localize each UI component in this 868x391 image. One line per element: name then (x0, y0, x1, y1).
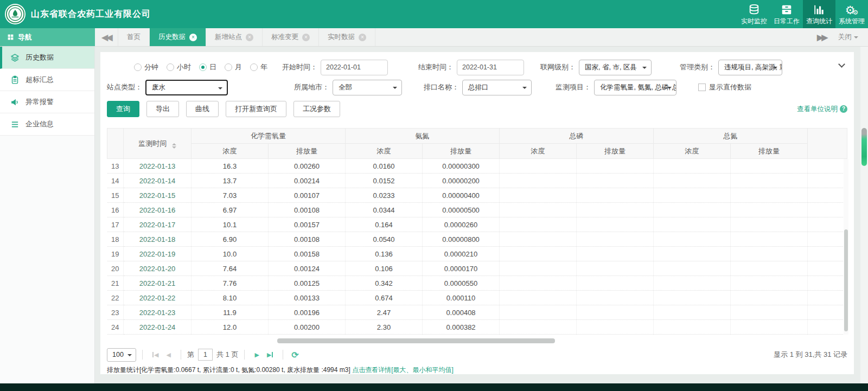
refresh-icon[interactable]: ⟳ (291, 350, 298, 360)
nav-label: 日常工作 (774, 17, 800, 26)
vertical-scrollbar-thumb[interactable] (844, 229, 848, 331)
cell-value (731, 305, 808, 320)
table-row[interactable]: 152022-01-157.030.001070.02330.00000400 (107, 188, 847, 203)
records-info: 显示 1 到 31,共 31 记录 (774, 350, 847, 360)
table-row[interactable]: 212022-01-217.760.001250.3420.0000550 (107, 276, 847, 291)
tab-close-icon[interactable]: × (246, 34, 253, 41)
query-button[interactable]: 查询 (107, 101, 139, 117)
nav-query-statistics[interactable]: 查询统计 (803, 0, 835, 28)
show-direct-data-checkbox[interactable]: 显示直传数据 (698, 82, 751, 92)
sidebar-item-enterprise-info[interactable]: 企业信息 (0, 113, 94, 136)
cell-value (731, 247, 808, 261)
radio-day[interactable]: 日 (199, 62, 216, 72)
cell-value (500, 305, 577, 320)
select-value: 全部 (339, 83, 352, 92)
curve-button[interactable]: 曲线 (186, 101, 219, 117)
site-type-select[interactable]: 废水 (145, 80, 228, 95)
prev-page-button[interactable]: ◀ (166, 351, 170, 358)
network-level-select[interactable]: 国家, 省, 市, 区县 (579, 60, 652, 75)
tab-history-data[interactable]: 历史数据 × (150, 28, 206, 46)
radio-minute[interactable]: 分钟 (134, 62, 158, 72)
cell-value (731, 261, 808, 276)
cell-value: 0.000382 (423, 320, 500, 335)
tab-close-icon[interactable]: × (302, 34, 310, 41)
tab-realtime-data[interactable]: 实时数据 × (319, 28, 375, 46)
sidebar-item-exceedance-summary[interactable]: 超标汇总 (0, 69, 94, 91)
tabs-scroll-left-icon[interactable]: ◀◀ (95, 28, 118, 46)
cell-value (808, 203, 847, 217)
cell-value: 0.00196 (269, 305, 346, 320)
table-row[interactable]: 172022-01-1710.10.001570.1640.0000260 (107, 217, 847, 232)
table-row[interactable]: 182022-01-186.900.001080.05400.00000800 (107, 232, 847, 247)
city-select[interactable]: 全部 (333, 80, 402, 95)
tab-close-icon[interactable]: × (189, 34, 197, 41)
cell-value: 0.164 (346, 217, 423, 232)
first-page-button[interactable]: ◀ (152, 351, 158, 358)
cell-row-number: 24 (107, 320, 124, 335)
manage-type-select[interactable]: 违规项目, 高架源, 重点排污 (718, 60, 782, 75)
cell-value (654, 188, 731, 203)
export-button[interactable]: 导出 (146, 101, 179, 117)
sidebar-item-history-data[interactable]: 历史数据 (0, 47, 94, 69)
cell-date: 2022-01-15 (124, 188, 192, 203)
table-row[interactable]: 232022-01-2311.90.001962.470.000408 (107, 305, 847, 320)
radio-month[interactable]: 月 (225, 62, 242, 72)
current-page-input[interactable] (198, 349, 213, 361)
cell-row-number: 17 (107, 217, 124, 232)
monitor-items-select[interactable]: 化学需氧量, 氨氮, 总磷, 总 (594, 80, 676, 95)
tabs-scroll-right-icon[interactable]: ▶▶ (817, 33, 826, 42)
table-row[interactable]: 142022-01-1413.70.002140.01520.00000200 (107, 174, 847, 188)
table-row[interactable]: 202022-01-207.640.001240.1060.0000170 (107, 261, 847, 276)
outlet-name-select[interactable]: 总排口 (462, 80, 532, 95)
cell-value (577, 203, 654, 217)
radio-hour[interactable]: 小时 (167, 62, 191, 72)
environment-emblem-icon (5, 4, 25, 24)
page-size-select[interactable]: 100 (107, 348, 136, 362)
cell-value (731, 188, 808, 203)
unit-help-link[interactable]: 查看单位说明 ? (797, 105, 847, 114)
tab-new-site[interactable]: 新增站点 × (206, 28, 263, 46)
view-detail-link[interactable]: 点击查看详情[最大、最小和平均值] (352, 366, 454, 374)
nav-system-management[interactable]: ⚙⚙ 系统管理 (835, 0, 868, 28)
chevron-down-icon (854, 36, 858, 41)
table-row[interactable]: 132022-01-1316.30.002600.01600.00000300 (107, 159, 847, 174)
select-value: 化学需氧量, 氨氮, 总磷, 总 (600, 83, 676, 92)
cell-value: 0.0000210 (423, 247, 500, 261)
table-row[interactable]: 192022-01-1910.00.001580.1360.0000210 (107, 247, 847, 261)
start-time-input[interactable] (321, 60, 388, 75)
end-time-input[interactable] (457, 60, 524, 75)
radio-year[interactable]: 年 (250, 62, 267, 72)
tab-label: 新增站点 (215, 33, 242, 42)
table-row[interactable]: 162022-01-166.970.001080.03440.00000500 (107, 203, 847, 217)
next-page-button[interactable]: ▶ (254, 351, 259, 358)
tab-home[interactable]: 首页 (118, 28, 150, 46)
sidebar-item-abnormal-alarm[interactable]: 异常报警 (0, 91, 94, 113)
close-tabs-menu[interactable]: 关闭 (838, 33, 858, 42)
app-header: 山东省联合农药工业有限公司 实时监控 日常工作 查询统计 ⚙⚙ 系统管理 (0, 0, 868, 28)
cell-value: 0.136 (346, 247, 423, 261)
grid-icon (7, 34, 14, 41)
sort-icon[interactable] (172, 143, 176, 149)
cell-value (654, 276, 731, 291)
time-column-header[interactable]: 监测时间 (124, 129, 192, 159)
cell-value (808, 217, 847, 232)
nav-daily-work[interactable]: 日常工作 (770, 0, 803, 28)
nav-label: 实时监控 (741, 17, 767, 26)
query-panel: 分钟 小时 日 月 年 开 (100, 52, 854, 374)
open-new-query-button[interactable]: 打开新查询页 (226, 101, 286, 117)
condition-params-button[interactable]: 工况参数 (293, 101, 340, 117)
cell-value: 0.00200 (269, 320, 346, 335)
filler-header (808, 129, 847, 159)
table-row[interactable]: 222022-01-228.100.001330.6740.000110 (107, 291, 847, 305)
nav-realtime-monitor[interactable]: 实时监控 (738, 0, 770, 28)
table-row[interactable]: 242022-01-2412.00.002002.300.000382 (107, 320, 847, 335)
tab-standard-change[interactable]: 标准变更 × (263, 28, 319, 46)
last-page-button[interactable]: ▶ (267, 351, 273, 358)
cell-value (808, 247, 847, 261)
horizontal-scrollbar-thumb[interactable] (277, 338, 555, 343)
tab-close-icon[interactable]: × (359, 34, 366, 41)
select-value: 国家, 省, 市, 区县 (585, 63, 637, 72)
cell-value (654, 174, 731, 188)
tabs-area: ◀◀ 首页 历史数据 × 新增站点 × 标准变更 × 实时数据 × ▶▶ 关闭 (95, 28, 868, 46)
page-scrollbar-thumb[interactable] (861, 128, 867, 166)
